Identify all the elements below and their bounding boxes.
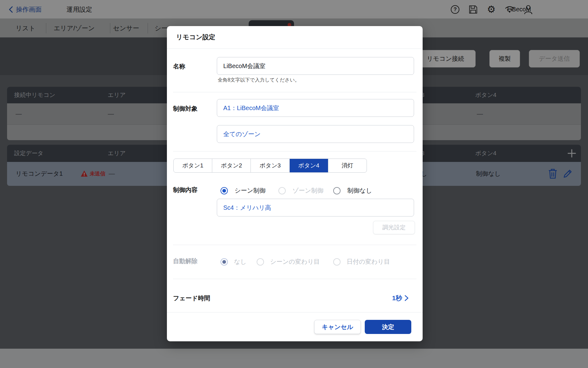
- divider: [167, 312, 423, 312]
- segment-button1[interactable]: ボタン1: [174, 159, 212, 172]
- radio-label: 制御なし: [347, 186, 372, 195]
- name-helper-text: 全角8文字以下で入力してください。: [218, 77, 300, 83]
- radio-scene-control[interactable]: シーン制御: [221, 186, 266, 195]
- radio-auto-none: なし: [221, 258, 247, 266]
- radio-selected-disabled-icon: [221, 258, 228, 266]
- divider: [167, 48, 423, 49]
- cancel-button[interactable]: キャンセル: [314, 320, 361, 334]
- radio-zone-control: ゾーン制御: [278, 186, 323, 195]
- radio-disabled-icon: [257, 258, 264, 266]
- dialog-title: リモコン設定: [176, 33, 215, 41]
- chevron-right-icon: [405, 295, 409, 301]
- fade-time-text: 1秒: [392, 294, 402, 302]
- fade-time-value[interactable]: 1秒: [392, 293, 409, 303]
- radio-no-control[interactable]: 制御なし: [333, 186, 372, 195]
- ok-button[interactable]: 決定: [365, 320, 411, 334]
- segment-off[interactable]: 消灯: [328, 159, 367, 172]
- dimming-settings-button: 調光設定: [373, 221, 415, 234]
- radio-label: なし: [234, 258, 247, 266]
- radio-disabled-icon: [278, 187, 286, 194]
- name-input[interactable]: LiBecoM会議室: [217, 57, 414, 75]
- divider: [173, 245, 417, 245]
- radio-label: シーン制御: [235, 186, 266, 195]
- auto-release-label: 自動解除: [173, 257, 198, 265]
- divider: [173, 279, 417, 279]
- radio-disabled-icon: [333, 258, 341, 266]
- divider: [173, 92, 417, 92]
- scene-select[interactable]: Sc4：メリハリ高: [217, 199, 414, 217]
- control-content-label: 制御内容: [173, 186, 198, 194]
- fade-time-label: フェード時間: [173, 294, 210, 302]
- target-zone-select[interactable]: 全てのゾーン: [217, 125, 414, 143]
- remote-settings-dialog: リモコン設定 名称 LiBecoM会議室 全角8文字以下で入力してください。 制…: [167, 26, 423, 341]
- radio-auto-date-change: 日付の変わり目: [333, 258, 390, 266]
- radio-label: シーンの変わり目: [270, 258, 320, 266]
- radio-label: ゾーン制御: [292, 186, 323, 195]
- segment-button3[interactable]: ボタン3: [251, 159, 289, 172]
- radio-label: 日付の変わり目: [347, 258, 390, 266]
- divider: [173, 151, 417, 151]
- remote-button-selector: ボタン1 ボタン2 ボタン3 ボタン4 消灯: [173, 159, 367, 173]
- radio-selected-icon: [221, 187, 228, 194]
- target-area-select[interactable]: A1：LiBecoM会議室: [217, 99, 414, 117]
- control-target-label: 制御対象: [173, 105, 198, 113]
- segment-button2[interactable]: ボタン2: [212, 159, 251, 172]
- radio-unselected-icon: [333, 187, 341, 194]
- segment-button4-selected[interactable]: ボタン4: [290, 159, 328, 172]
- radio-auto-scene-change: シーンの変わり目: [257, 258, 320, 266]
- name-label: 名称: [173, 62, 185, 71]
